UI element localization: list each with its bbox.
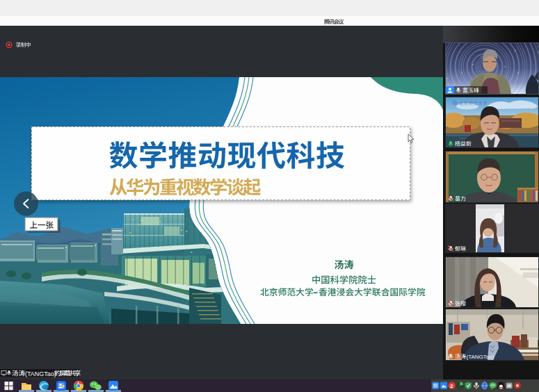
svg-text:(TANGTao): (TANGTao) [25,370,56,377]
svg-text:(TANGTao): (TANGTao) [467,354,494,360]
svg-text:2: 2 [450,383,453,389]
